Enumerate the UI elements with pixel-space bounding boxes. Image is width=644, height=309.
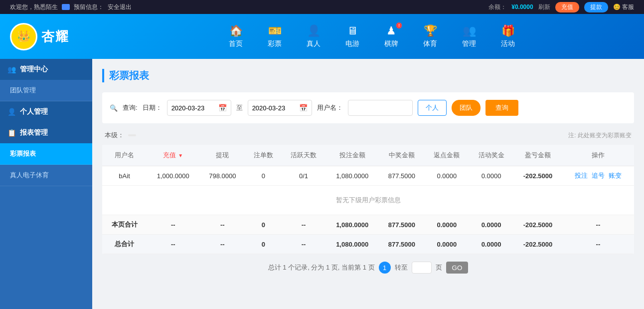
- date-from-input[interactable]: 📅: [167, 100, 231, 116]
- col-rebate: 返点金额: [425, 145, 469, 166]
- recharge-button[interactable]: 充值: [555, 2, 579, 12]
- notice-text: 注: 此处账变为彩票账变: [568, 131, 632, 140]
- pagination: 总计 1 个记录, 分为 1 页, 当前第 1 页 1 转至 页 GO: [102, 262, 634, 274]
- no-data-message: 暂无下级用户彩票信息: [102, 186, 634, 215]
- bet-detail-link[interactable]: 投注: [575, 171, 588, 180]
- team-radio-btn[interactable]: 团队: [452, 100, 481, 116]
- nav-label-home: 首页: [229, 39, 243, 48]
- calendar-from-icon: 📅: [218, 104, 227, 112]
- no-data-row: 暂无下级用户彩票信息: [102, 186, 634, 215]
- go-button[interactable]: GO: [446, 262, 469, 274]
- account-change-link[interactable]: 账变: [609, 171, 622, 180]
- total-activity-bonus: 0.0000: [469, 235, 513, 254]
- cell-withdraw: 798.0000: [199, 166, 245, 186]
- nav-items: 🏠 首页 🎫 彩票 👤 真人 🖥 电游 ♟ 棋牌 ! 🏆 体育 👥 管理: [110, 19, 634, 53]
- sidebar-group-reports: 📋 报表管理: [0, 122, 92, 143]
- sort-icon: ▼: [178, 153, 183, 158]
- level-row: 本级： 注: 此处账变为彩票账变: [102, 131, 634, 140]
- nav-item-home[interactable]: 🏠 首页: [216, 19, 255, 53]
- cell-username: bAit: [102, 166, 147, 186]
- total-actions: --: [562, 235, 634, 254]
- sidebar-group-personal: 👤 个人管理: [0, 101, 92, 122]
- cell-win-amount: 877.5000: [379, 166, 425, 186]
- cell-bet-amount: 1,080.0000: [326, 166, 379, 186]
- balance-amount: ¥0.0000: [511, 3, 533, 10]
- cell-active-days: 0/1: [281, 166, 325, 186]
- date-to-input[interactable]: 📅: [248, 100, 312, 116]
- refresh-btn[interactable]: 刷新: [538, 3, 550, 11]
- col-recharge[interactable]: 充值▼: [147, 145, 199, 166]
- management-center-icon: 👥: [7, 65, 16, 73]
- lottery-icon: 🎫: [268, 24, 282, 37]
- subtotal-label: 本页合计: [102, 215, 147, 235]
- main-layout: 👥 管理中心 团队管理 👤 个人管理 📋 报表管理 彩票报表 真人电子休育 彩票…: [0, 59, 644, 309]
- nav-label-live: 真人: [307, 39, 321, 48]
- logo-area: 👑 杏耀: [10, 23, 90, 50]
- col-orders: 注单数: [245, 145, 281, 166]
- egames-icon: 🖥: [347, 24, 358, 37]
- nav-item-sports[interactable]: 🏆 体育: [411, 19, 450, 53]
- manage-icon: 👥: [463, 24, 476, 37]
- top-bar-right: 余额： ¥0.0000 刷新 刷新 充值 提款 😊 客服: [488, 2, 634, 12]
- nav-item-manage[interactable]: 👥 管理: [450, 19, 488, 53]
- nav-item-lottery[interactable]: 🎫 彩票: [255, 19, 294, 53]
- service-button[interactable]: 😊 客服: [613, 3, 634, 11]
- subtotal-recharge: --: [147, 215, 199, 235]
- sidebar-item-lottery-report[interactable]: 彩票报表: [0, 143, 92, 165]
- sidebar-item-live-esports[interactable]: 真人电子休育: [0, 165, 92, 186]
- page-label: 页: [436, 263, 442, 272]
- nav-label-sports: 体育: [423, 39, 437, 48]
- page-goto-input[interactable]: [412, 262, 432, 274]
- level-info: 本级：: [105, 131, 136, 140]
- personal-management-icon: 👤: [7, 108, 16, 116]
- top-bar-left: 欢迎您，熟悉陌生 预留信息： 安全退出: [10, 3, 132, 11]
- total-bet-amount: 1,080.0000: [326, 235, 379, 254]
- filter-bar: 🔍 查询: 日期： 📅 至 📅 用户名： 个人 团队 查询: [102, 92, 634, 123]
- nav-item-chess[interactable]: ♟ 棋牌 !: [372, 19, 411, 53]
- date-from-field[interactable]: [171, 104, 216, 112]
- management-center-label: 管理中心: [20, 65, 48, 74]
- nav-item-activity[interactable]: 🎁 活动: [488, 19, 527, 53]
- col-actions: 操作: [562, 145, 634, 166]
- nav-label-egames: 电游: [345, 39, 359, 48]
- reports-icon: 📋: [7, 129, 16, 137]
- mail-icon[interactable]: [62, 4, 70, 10]
- balance-label: 余额：: [488, 3, 506, 11]
- data-table: 用户名 充值▼ 提现 注单数 活跃天数 投注金额 中奖金额 返点金额 活动奖金 …: [102, 145, 634, 254]
- username-label: 用户名：: [317, 103, 343, 112]
- total-withdraw: --: [199, 235, 245, 254]
- total-label: 总合计: [102, 235, 147, 254]
- trace-link[interactable]: 追号: [592, 171, 605, 180]
- withdraw-button[interactable]: 提款: [584, 2, 608, 12]
- nav-item-live[interactable]: 👤 真人: [294, 19, 333, 53]
- col-activity-bonus: 活动奖金: [469, 145, 513, 166]
- total-rebate: 0.0000: [425, 235, 469, 254]
- table-row: bAit 1,000.0000 798.0000 0 0/1 1,080.000…: [102, 166, 634, 186]
- col-bet-amount: 投注金额: [326, 145, 379, 166]
- total-win-amount: 877.5000: [379, 235, 425, 254]
- live-esports-label: 真人电子休育: [10, 171, 49, 179]
- sidebar: 👥 管理中心 团队管理 👤 个人管理 📋 报表管理 彩票报表 真人电子休育: [0, 59, 92, 309]
- sports-icon: 🏆: [424, 24, 437, 37]
- cell-actions: 投注 追号 账变: [562, 166, 634, 186]
- search-button[interactable]: 查询: [485, 100, 518, 116]
- level-value: [128, 134, 136, 136]
- nav-item-egames[interactable]: 🖥 电游: [333, 19, 372, 53]
- safety-exit-link[interactable]: 安全退出: [108, 3, 132, 11]
- date-to-field[interactable]: [252, 104, 297, 112]
- welcome-text: 欢迎您，熟悉陌生: [10, 3, 58, 11]
- total-profit-loss: -202.5000: [513, 235, 562, 254]
- goto-label: 转至: [395, 263, 408, 272]
- total-recharge: --: [147, 235, 199, 254]
- personal-radio-btn[interactable]: 个人: [418, 100, 447, 116]
- pagination-total-text: 总计 1 个记录, 分为 1 页, 当前第 1 页: [268, 263, 375, 272]
- total-active-days: --: [281, 235, 325, 254]
- reports-label: 报表管理: [20, 128, 48, 137]
- subtotal-row: 本页合计 -- -- 0 -- 1,080.0000 877.5000 0.00…: [102, 215, 634, 235]
- subtotal-activity-bonus: 0.0000: [469, 215, 513, 235]
- cell-rebate: 0.0000: [425, 166, 469, 186]
- home-icon: 🏠: [229, 24, 243, 37]
- sidebar-item-team-management[interactable]: 团队管理: [0, 80, 92, 101]
- activity-icon: 🎁: [501, 24, 515, 37]
- username-input[interactable]: [348, 100, 413, 116]
